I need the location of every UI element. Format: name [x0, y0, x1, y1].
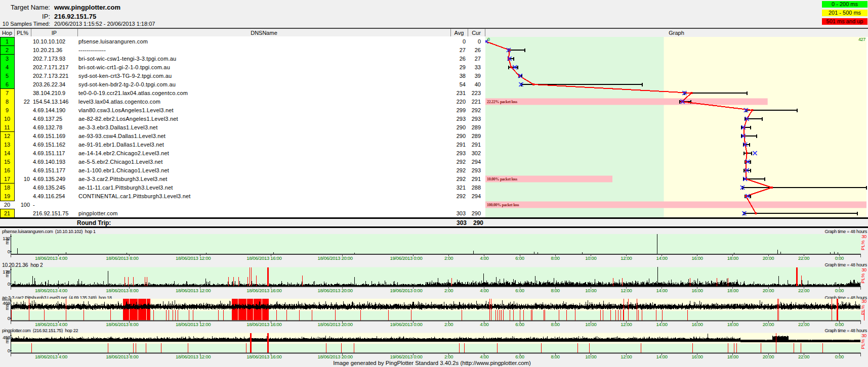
svg-text:14:00: 14:00	[656, 255, 667, 261]
svg-text:30: 30	[861, 234, 866, 239]
svg-text:18/06/2013 8:00: 18/06/2013 8:00	[106, 288, 138, 293]
svg-text:PL%: PL%	[860, 339, 865, 349]
svg-text:18/06/2013 4:00: 18/06/2013 4:00	[35, 354, 67, 359]
svg-text:20:00: 20:00	[763, 322, 774, 327]
svg-text:18/06/2013 8:00: 18/06/2013 8:00	[106, 322, 138, 327]
svg-text:0: 0	[8, 281, 10, 287]
svg-text:0:00: 0:00	[835, 354, 844, 359]
svg-text:18/06/2013 12:00: 18/06/2013 12:00	[176, 255, 211, 261]
svg-text:8:00: 8:00	[551, 255, 559, 261]
svg-text:18/06/2013 12:00: 18/06/2013 12:00	[176, 354, 211, 359]
svg-text:2:00: 2:00	[444, 288, 453, 293]
svg-text:0: 0	[8, 249, 10, 254]
svg-text:0:00: 0:00	[835, 255, 844, 261]
svg-text:22:00: 22:00	[798, 255, 809, 261]
svg-text:PL%: PL%	[860, 273, 865, 284]
svg-text:18/06/2013 8:00: 18/06/2013 8:00	[106, 255, 138, 261]
svg-text:16:00: 16:00	[692, 288, 703, 293]
svg-text:18/06/2013 20:00: 18/06/2013 20:00	[318, 255, 353, 261]
svg-text:6:00: 6:00	[515, 288, 524, 293]
svg-text:30: 30	[861, 267, 866, 272]
svg-text:8:00: 8:00	[551, 322, 559, 327]
svg-text:20:00: 20:00	[763, 255, 774, 261]
svg-text:18/06/2013 20:00: 18/06/2013 20:00	[318, 288, 353, 293]
svg-text:2:00: 2:00	[444, 255, 453, 261]
svg-text:20:00: 20:00	[763, 288, 774, 293]
svg-text:18/06/2013 20:00: 18/06/2013 20:00	[318, 322, 353, 327]
svg-text:6:00: 6:00	[515, 255, 524, 261]
svg-text:16:00: 16:00	[692, 322, 703, 327]
svg-text:19/06/2013 0:00: 19/06/2013 0:00	[390, 255, 422, 261]
svg-text:6:00: 6:00	[515, 322, 524, 327]
svg-text:4:00: 4:00	[480, 255, 488, 261]
svg-text:2:00: 2:00	[444, 354, 453, 359]
svg-text:18/06/2013 4:00: 18/06/2013 4:00	[35, 288, 67, 293]
svg-text:0:00: 0:00	[835, 322, 844, 327]
svg-text:10:00: 10:00	[585, 288, 596, 293]
svg-text:18/06/2013 16:00: 18/06/2013 16:00	[246, 255, 281, 261]
svg-text:ms: ms	[4, 337, 10, 343]
svg-text:4:00: 4:00	[480, 354, 488, 359]
svg-text:2:00: 2:00	[444, 322, 453, 327]
svg-text:18:00: 18:00	[727, 255, 738, 261]
svg-text:0:00: 0:00	[835, 288, 844, 293]
svg-text:12:00: 12:00	[621, 322, 632, 327]
svg-text:19/06/2013 0:00: 19/06/2013 0:00	[390, 354, 422, 359]
svg-text:19/06/2013 0:00: 19/06/2013 0:00	[390, 288, 422, 293]
svg-text:19/06/2013 0:00: 19/06/2013 0:00	[390, 322, 422, 327]
svg-text:18/06/2013 16:00: 18/06/2013 16:00	[246, 354, 281, 359]
svg-text:8:00: 8:00	[551, 354, 559, 359]
svg-text:18/06/2013 4:00: 18/06/2013 4:00	[35, 322, 67, 327]
svg-text:16:00: 16:00	[692, 354, 703, 359]
svg-text:18/06/2013 8:00: 18/06/2013 8:00	[106, 354, 138, 359]
svg-text:20:00: 20:00	[763, 354, 774, 359]
svg-text:14:00: 14:00	[656, 288, 667, 293]
svg-text:18/06/2013 12:00: 18/06/2013 12:00	[176, 322, 211, 327]
svg-text:22:00: 22:00	[798, 354, 809, 359]
svg-text:12:00: 12:00	[621, 288, 632, 293]
svg-text:10:00: 10:00	[585, 354, 596, 359]
svg-text:18:00: 18:00	[727, 354, 738, 359]
svg-text:18/06/2013 12:00: 18/06/2013 12:00	[176, 288, 211, 293]
svg-text:18/06/2013 16:00: 18/06/2013 16:00	[246, 288, 281, 293]
svg-text:PL%: PL%	[860, 304, 865, 315]
svg-text:4:00: 4:00	[480, 288, 488, 293]
svg-text:18/06/2013 16:00: 18/06/2013 16:00	[246, 322, 281, 327]
svg-text:30: 30	[861, 333, 866, 338]
svg-text:6:00: 6:00	[515, 354, 524, 359]
svg-text:14:00: 14:00	[656, 354, 667, 359]
svg-text:ms: ms	[4, 271, 10, 278]
svg-text:18:00: 18:00	[727, 288, 738, 293]
svg-text:10:00: 10:00	[585, 255, 596, 261]
svg-text:4:00: 4:00	[480, 322, 488, 327]
svg-text:30: 30	[861, 298, 866, 304]
svg-text:16:00: 16:00	[692, 255, 703, 261]
svg-text:0: 0	[8, 348, 10, 353]
svg-text:ms: ms	[4, 238, 10, 245]
svg-text:PL%: PL%	[860, 240, 865, 250]
svg-text:0: 0	[8, 315, 10, 321]
svg-text:8:00: 8:00	[551, 288, 559, 293]
svg-text:22:00: 22:00	[798, 288, 809, 293]
svg-text:18:00: 18:00	[727, 322, 738, 327]
svg-text:18/06/2013 4:00: 18/06/2013 4:00	[35, 255, 67, 261]
svg-text:14:00: 14:00	[656, 322, 667, 327]
svg-text:ms: ms	[4, 304, 10, 310]
svg-text:18/06/2013 20:00: 18/06/2013 20:00	[318, 354, 353, 359]
svg-text:10:00: 10:00	[585, 322, 596, 327]
svg-text:12:00: 12:00	[621, 255, 632, 261]
svg-text:12:00: 12:00	[621, 354, 632, 359]
svg-text:22:00: 22:00	[798, 322, 809, 327]
